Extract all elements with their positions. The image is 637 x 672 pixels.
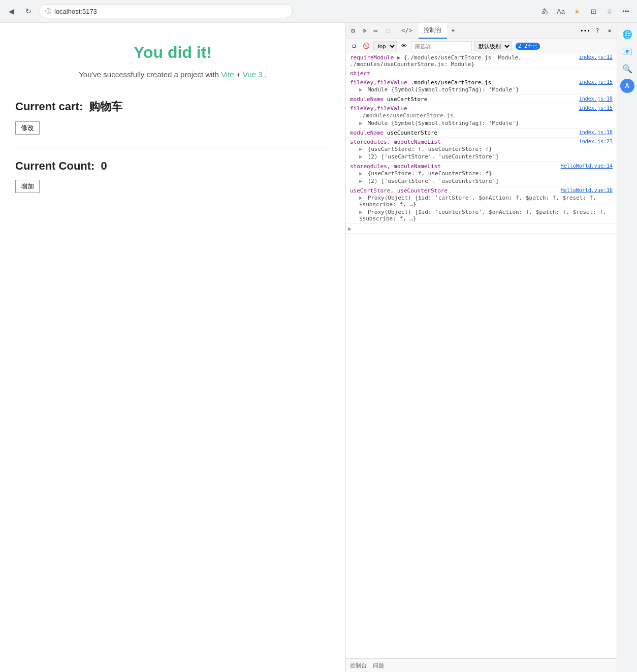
filter-input[interactable]: [411, 41, 472, 51]
entry-row[interactable]: fileKey,fileValue .modules/useCartStore.…: [350, 79, 613, 86]
expand-text: Module {Symbol(Symbol.toString​Tag): 'Mo…: [368, 86, 519, 93]
entry-source-link[interactable]: index.js:18: [579, 96, 613, 102]
devtools-device-btn[interactable]: ▭: [370, 26, 380, 36]
tab-source[interactable]: </>: [396, 23, 418, 39]
expand-arrow: ▶: [359, 146, 363, 152]
favorites-icon[interactable]: ★: [570, 4, 584, 18]
clear-console-btn[interactable]: 🚫: [361, 41, 371, 51]
modify-button[interactable]: 修改: [15, 121, 40, 135]
expand-text-a: {useCartStore: f, useCounterStore: f}: [368, 146, 492, 152]
entry-row[interactable]: moduleName useCounterStore index.js:18: [350, 130, 613, 136]
bottom-console-tab[interactable]: 控制台: [350, 662, 367, 669]
console-entry-expand: ▶: [346, 224, 617, 234]
expand-content-b: ▶ (2) ['useCartStore', 'useCounterStore'…: [350, 153, 613, 161]
expand-content-a: ▶ {useCartStore: f, useCounterStore: f}: [350, 170, 613, 177]
entry-row[interactable]: requireModule ▶ {./modules/useCartStore.…: [350, 54, 613, 68]
entry-source-link[interactable]: HelloWorld.vue:16: [561, 187, 613, 193]
entry-row[interactable]: fileKey,fileValue index.js:15: [350, 105, 613, 112]
entry-content: fileKey,fileValue .modules/useCartStore.…: [350, 79, 491, 86]
expand-proxy-b: ▶ Proxy(Object) {$id: 'counterStore', $o…: [350, 208, 613, 222]
entry-key: requireModule: [350, 54, 394, 61]
info-icon: ⓘ: [45, 7, 51, 16]
expand-arrow: ▶: [359, 209, 363, 215]
expand-arrow: ▶: [359, 195, 363, 201]
entry-row[interactable]: storeodules, moduleNameList index.js:23: [350, 139, 613, 145]
tab-elements[interactable]: ⬚: [381, 23, 395, 39]
console-output: requireModule ▶ {./modules/useCartStore.…: [346, 53, 617, 658]
expand-content: ▶ Module {Symbol(Symbol.toString​Tag): '…: [350, 86, 613, 93]
entry-row[interactable]: useCartStore, useCounterStore HelloWorld…: [350, 187, 613, 194]
cart-value: 购物车: [89, 100, 122, 113]
profile-avatar[interactable]: A: [620, 79, 634, 93]
webpage-panel: You did it! You've successfully created …: [0, 23, 345, 672]
entry-content: useCartStore, useCounterStore: [350, 187, 448, 194]
devtools-more-btn[interactable]: •••: [580, 26, 590, 36]
edge-icon: 🌐: [620, 27, 634, 41]
translate-icon[interactable]: あ: [537, 4, 552, 18]
subtitle-text: You've successfully created a project wi…: [79, 70, 219, 79]
entry-source-link[interactable]: index.js:23: [579, 139, 613, 144]
error-suffix: 2个已: [524, 43, 537, 49]
entry-source-link[interactable]: HelloWorld.vue:14: [561, 163, 613, 169]
source-icon: </>: [401, 27, 412, 34]
devtools-responsive-btn[interactable]: ⊡: [348, 26, 358, 36]
more-icon[interactable]: •••: [619, 4, 633, 18]
entry-row[interactable]: storeodules, moduleNameList HelloWorld.v…: [350, 163, 613, 170]
tab-add-btn[interactable]: +: [448, 26, 458, 36]
cart-label: Current cart:: [15, 100, 83, 113]
add-button[interactable]: 增加: [15, 180, 40, 193]
reader-icon[interactable]: Aa: [554, 4, 568, 18]
expand-icon[interactable]: ▶: [348, 225, 352, 232]
entry-source-link[interactable]: index.js:18: [579, 130, 613, 135]
expand-content-a: ▶ {useCartStore: f, useCounterStore: f}: [350, 145, 613, 153]
expand-arrow: ▶: [359, 86, 363, 93]
vite-link[interactable]: Vite: [221, 70, 234, 79]
console-entry: useCartStore, useCounterStore HelloWorld…: [346, 186, 617, 224]
devtools-tabs: ⊡ ⊙ ▭ ⬚ </> 控制台 + ••• ? ✕: [346, 23, 617, 39]
filter-level-select[interactable]: top: [373, 41, 397, 51]
count-section: Current Count: 0 增加: [15, 159, 330, 193]
entry-source-link[interactable]: index.js:12: [579, 54, 613, 60]
eye-btn[interactable]: 👁: [399, 41, 409, 51]
console-entry: moduleName useCounterStore index.js:18: [346, 129, 617, 138]
console-entry: fileKey,fileValue index.js:15 ./modules/…: [346, 104, 617, 129]
entry-expand-icon: ▶: [397, 54, 401, 61]
devtools-close-btn[interactable]: ✕: [604, 26, 615, 36]
vue3-link[interactable]: Vue 3: [243, 70, 263, 79]
devtools-inspect-btn[interactable]: ⊙: [359, 26, 369, 36]
devtools-toolbar: ⊟ 🚫 top 👁 默认级别 2 2个已: [346, 39, 617, 53]
sidebar-btn-2[interactable]: 🔍: [620, 61, 634, 76]
address-bar[interactable]: ⓘ localhost:5173: [39, 4, 293, 18]
entry-row[interactable]: object: [350, 70, 613, 77]
main-layout: You did it! You've successfully created …: [0, 23, 637, 672]
back-button[interactable]: ◀: [4, 4, 18, 18]
expand-text: Module {Symbol(Symbol.toString​Tag): 'Mo…: [368, 120, 519, 126]
expand-arrow: ▶: [359, 170, 363, 177]
collections-icon[interactable]: ☆: [602, 4, 617, 18]
entry-key: object: [350, 70, 370, 77]
entry-source-link[interactable]: index.js:15: [579, 79, 613, 85]
entry-space: .modules/useCartStore.js: [410, 79, 491, 86]
sidebar-btn-1[interactable]: 📧: [620, 44, 634, 58]
console-entry: requireModule ▶ {./modules/useCartStore.…: [346, 53, 617, 69]
split-icon[interactable]: ⊡: [586, 4, 600, 18]
entry-key: fileKey,fileValue: [350, 105, 407, 112]
count-title: Current Count: 0: [15, 159, 330, 173]
right-sidebar: 🌐 📧 🔍 A: [617, 23, 637, 672]
bottom-issues-tab[interactable]: 问题: [373, 662, 384, 669]
entry-source-link[interactable]: index.js:15: [579, 105, 613, 111]
entry-content: moduleName useCounterStore: [350, 130, 437, 136]
expand-arrow: ▶: [359, 178, 363, 184]
entry-key: moduleName: [350, 130, 384, 136]
count-label: Current Count:: [15, 159, 94, 172]
entry-content: storeodules, moduleNameList: [350, 163, 441, 170]
devtools-help-btn[interactable]: ?: [592, 26, 602, 36]
log-level-select[interactable]: 默认级别: [474, 41, 512, 51]
entry-row[interactable]: moduleName useCartStore index.js:18: [350, 96, 613, 103]
sidebar-toggle-btn[interactable]: ⊟: [349, 41, 359, 51]
reload-button[interactable]: ↻: [21, 4, 36, 18]
console-entry: fileKey,fileValue .modules/useCartStore.…: [346, 78, 617, 95]
entry-content: moduleName useCartStore: [350, 96, 427, 103]
tab-console[interactable]: 控制台: [419, 23, 447, 39]
console-entry: storeodules, moduleNameList HelloWorld.v…: [346, 162, 617, 186]
